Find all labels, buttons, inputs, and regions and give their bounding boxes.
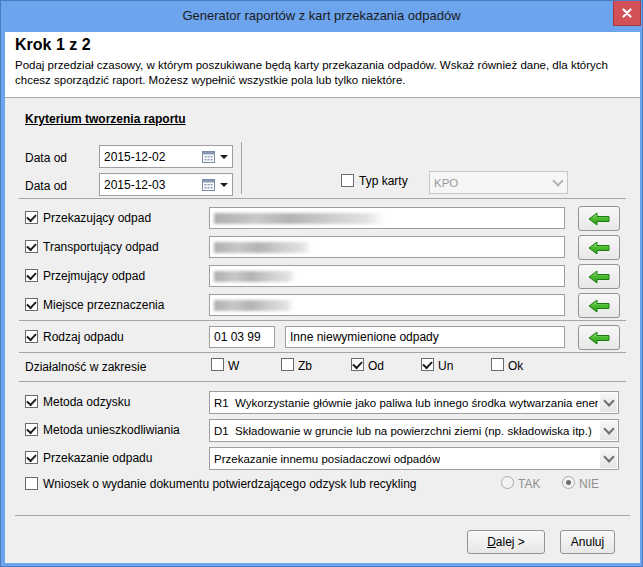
- chevron-down-icon[interactable]: [220, 155, 228, 159]
- wizard-header: Krok 1 z 2 Podaj przedział czasowy, w kt…: [5, 32, 640, 98]
- redacted-text: [214, 242, 312, 253]
- titlebar: Generator raportów z kart przekazania od…: [1, 1, 642, 32]
- date-to-value: 2015-12-03: [104, 178, 165, 192]
- recovery-method-value: R1 Wykorzystanie głównie jako paliwa lub…: [214, 397, 598, 409]
- activity-label-un: Un: [438, 359, 453, 373]
- waste-code-input[interactable]: 01 03 99: [209, 326, 275, 348]
- date-from-value: 2015-12-02: [104, 150, 165, 164]
- chevron-down-icon: [603, 395, 614, 406]
- chevron-down-icon: [603, 423, 614, 434]
- date-to-label: Data od: [25, 179, 67, 193]
- left-arrow-icon: [588, 270, 610, 284]
- waste-type-pick-button[interactable]: [578, 325, 620, 350]
- waste-transferor-label: Przekazujący odpad: [43, 211, 151, 225]
- dialog-window: Generator raportów z kart przekazania od…: [0, 0, 643, 567]
- next-button-label: alej >: [496, 535, 525, 549]
- waste-receiver-label: Przejmujący odpad: [43, 269, 145, 283]
- redacted-text: [214, 213, 384, 224]
- recovery-method-label: Metoda odzysku: [43, 395, 130, 409]
- waste-transfer-label: Przekazanie odpadu: [43, 451, 152, 465]
- activity-label-w: W: [228, 359, 239, 373]
- cancel-button[interactable]: Anuluj: [560, 530, 615, 554]
- waste-type-label: Rodzaj odpadu: [43, 330, 124, 344]
- destination-checkbox[interactable]: [25, 298, 38, 311]
- disposal-method-label: Metoda unieszkodliwiania: [43, 423, 180, 437]
- calendar-icon: [202, 151, 215, 163]
- destination-input[interactable]: [209, 294, 565, 316]
- waste-transferor-checkbox[interactable]: [25, 211, 38, 224]
- card-type-checkbox[interactable]: [341, 174, 354, 187]
- separator: [19, 381, 626, 382]
- redacted-text: [214, 271, 296, 282]
- disposal-method-select[interactable]: D1 Składowanie w gruncie lub na powierzc…: [209, 419, 619, 442]
- waste-transporter-checkbox[interactable]: [25, 240, 38, 253]
- step-title: Krok 1 z 2: [15, 36, 91, 54]
- separator: [19, 198, 626, 199]
- chevron-down-icon[interactable]: [220, 183, 228, 187]
- card-type-label: Typ karty: [359, 174, 408, 188]
- waste-receiver-input[interactable]: [209, 265, 565, 287]
- chevron-down-icon: [552, 175, 563, 186]
- vertical-separator: [241, 142, 242, 194]
- left-arrow-icon: [588, 241, 610, 255]
- waste-transporter-label: Transportujący odpad: [43, 240, 159, 254]
- recovery-method-checkbox[interactable]: [25, 395, 38, 408]
- close-icon: [622, 8, 632, 18]
- cancel-button-label: Anuluj: [571, 535, 604, 549]
- waste-transferor-input[interactable]: [209, 207, 565, 229]
- close-button[interactable]: [613, 1, 641, 26]
- waste-type-checkbox[interactable]: [25, 330, 38, 343]
- disposal-method-value: D1 Składowanie w gruncie lub na powierzc…: [214, 425, 592, 437]
- waste-transporter-pick-button[interactable]: [578, 235, 620, 260]
- destination-pick-button[interactable]: [578, 293, 620, 318]
- activity-label-zb: Zb: [298, 359, 312, 373]
- next-button[interactable]: Dalej >: [467, 530, 545, 554]
- activity-checkbox-ok[interactable]: [491, 358, 504, 371]
- card-type-select[interactable]: KPO: [429, 171, 568, 194]
- recovery-method-select[interactable]: R1 Wykorzystanie głównie jako paliwa lub…: [209, 391, 619, 414]
- date-from-input[interactable]: 2015-12-02: [99, 145, 233, 168]
- card-type-value: KPO: [434, 177, 458, 189]
- waste-transfer-checkbox[interactable]: [25, 451, 38, 464]
- left-arrow-icon: [588, 331, 610, 345]
- date-from-label: Data od: [25, 151, 67, 165]
- activity-label-ok: Ok: [508, 359, 523, 373]
- activity-checkbox-w[interactable]: [211, 358, 224, 371]
- waste-transporter-input[interactable]: [209, 236, 565, 258]
- separator: [15, 515, 630, 516]
- activity-checkbox-zb[interactable]: [281, 358, 294, 371]
- confirmation-radio-no-label: NIE: [579, 477, 599, 491]
- confirmation-radio-no[interactable]: [562, 476, 575, 489]
- waste-transfer-select[interactable]: Przekazanie innemu posiadaczowi odpadów: [209, 447, 619, 470]
- confirmation-checkbox[interactable]: [25, 477, 38, 490]
- destination-label: Miejsce przeznaczenia: [43, 298, 164, 312]
- calendar-icon: [202, 179, 215, 191]
- activity-checkbox-un[interactable]: [421, 358, 434, 371]
- left-arrow-icon: [588, 299, 610, 313]
- waste-receiver-checkbox[interactable]: [25, 269, 38, 282]
- waste-name-input[interactable]: Inne niewymienione odpady: [285, 326, 565, 348]
- section-title-criteria: Kryterium tworzenia raportu: [25, 112, 186, 126]
- confirmation-radio-yes[interactable]: [501, 476, 514, 489]
- redacted-text: [214, 300, 294, 311]
- window-title: Generator raportów z kart przekazania od…: [1, 8, 642, 23]
- step-description: Podaj przedział czasowy, w którym poszuk…: [15, 58, 633, 88]
- activity-checkbox-od[interactable]: [351, 358, 364, 371]
- confirmation-label: Wniosek o wydanie dokumentu potwierdzają…: [43, 477, 417, 491]
- activity-scope-label: Działalność w zakresie: [25, 360, 146, 374]
- waste-transferor-pick-button[interactable]: [578, 206, 620, 231]
- date-to-input[interactable]: 2015-12-03: [99, 173, 233, 196]
- waste-code-value: 01 03 99: [214, 330, 261, 344]
- waste-name-value: Inne niewymienione odpady: [290, 330, 439, 344]
- chevron-down-icon: [603, 451, 614, 462]
- waste-receiver-pick-button[interactable]: [578, 264, 620, 289]
- disposal-method-checkbox[interactable]: [25, 423, 38, 436]
- next-button-accesskey: D: [487, 535, 496, 549]
- confirmation-radio-yes-label: TAK: [518, 477, 540, 491]
- separator: [19, 352, 626, 353]
- separator: [19, 320, 626, 321]
- waste-transfer-value: Przekazanie innemu posiadaczowi odpadów: [214, 453, 440, 465]
- left-arrow-icon: [588, 212, 610, 226]
- activity-label-od: Od: [368, 359, 384, 373]
